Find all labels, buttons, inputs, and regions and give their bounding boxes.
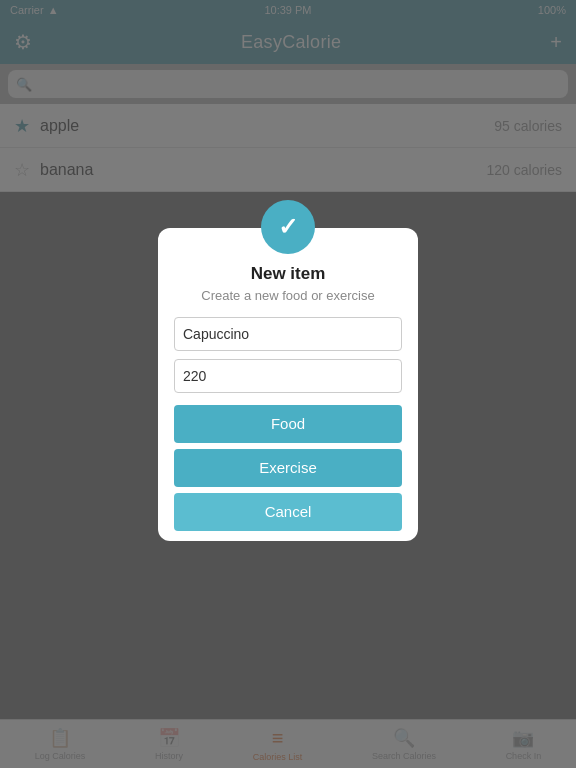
cancel-button[interactable]: Cancel bbox=[174, 493, 402, 531]
dialog-title: New item bbox=[251, 264, 326, 284]
item-name-input[interactable] bbox=[174, 317, 402, 351]
item-calories-input[interactable] bbox=[174, 359, 402, 393]
new-item-dialog: ✓ New item Create a new food or exercise… bbox=[158, 228, 418, 541]
modal-overlay: ✓ New item Create a new food or exercise… bbox=[0, 0, 576, 768]
checkmark-icon: ✓ bbox=[278, 213, 298, 241]
dialog-subtitle: Create a new food or exercise bbox=[201, 288, 374, 303]
dialog-body: New item Create a new food or exercise F… bbox=[158, 228, 418, 541]
dialog-icon-wrap: ✓ bbox=[261, 200, 315, 254]
food-button[interactable]: Food bbox=[174, 405, 402, 443]
dialog-buttons: Food Exercise Cancel bbox=[174, 405, 402, 541]
exercise-button[interactable]: Exercise bbox=[174, 449, 402, 487]
